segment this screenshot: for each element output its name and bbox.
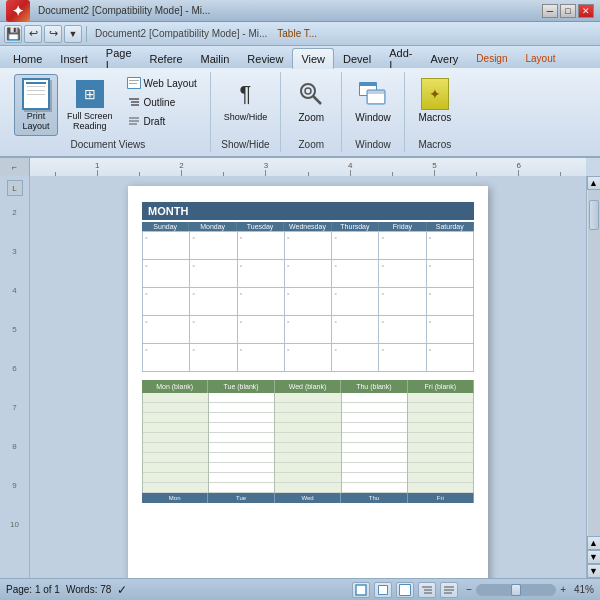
svg-point-11 [305,88,311,94]
svg-rect-17 [356,585,366,595]
scroll-page-up[interactable]: ▲ [587,536,601,550]
ruler-end [586,158,600,176]
window-button[interactable]: Window [350,74,396,128]
tab-home[interactable]: Home [4,48,51,68]
full-screen-reading-icon: ⊞ [74,78,106,110]
words-count: Words: 78 [66,584,111,595]
cal-cell-4-1 [143,316,190,344]
cal-cell-2-6 [379,260,426,288]
sched-footer-fri: Fri [408,493,474,503]
zoom-level-display: 41% [574,584,594,595]
zoom-button[interactable]: Zoom [289,74,333,128]
save-button-qa[interactable]: 💾 [4,25,22,43]
page-num-10: 10 [10,520,19,529]
close-button[interactable]: ✕ [578,4,594,18]
calendar-days-header: Sunday Monday Tuesday Wednesday Thursday… [142,222,474,231]
cal-cell-2-2 [190,260,237,288]
cal-cell-5-7 [427,344,474,372]
tab-devel[interactable]: Devel [334,48,380,68]
show-hide-button[interactable]: ¶ Show/Hide [219,74,273,127]
redo-button[interactable]: ↪ [44,25,62,43]
schedule-columns [142,393,474,493]
day-wednesday: Wednesday [284,222,331,231]
scroll-up-button[interactable]: ▲ [587,176,601,190]
outline-button[interactable]: Outline [122,93,202,111]
table-context-display: Table T... [277,28,317,39]
doc-title-display: Document2 [Compatibility Mode] - Mi... [95,28,267,39]
title-bar: ✦ Document2 [Compatibility Mode] - Mi...… [0,0,600,22]
page-num-9: 9 [12,481,16,490]
scroll-track[interactable] [588,190,600,536]
zoom-icon [295,78,327,110]
cal-cell-1-1 [143,232,190,260]
cal-cell-1-2 [190,232,237,260]
title-text: Document2 [Compatibility Mode] - Mi... [38,5,210,16]
full-screen-view-btn[interactable] [374,582,392,598]
outline-view-btn[interactable] [418,582,436,598]
tab-layout[interactable]: Layout [517,48,565,68]
quick-access-toolbar: 💾 ↩ ↪ ▼ Document2 [Compatibility Mode] -… [0,22,600,46]
tab-mailin[interactable]: Mailin [192,48,239,68]
app-window: ✦ Document2 [Compatibility Mode] - Mi...… [0,0,600,600]
status-bar: Page: 1 of 1 Words: 78 ✓ − + [0,578,600,600]
window-group-label: Window [355,137,391,150]
tab-avery[interactable]: Avery [421,48,467,68]
print-layout-view-btn[interactable] [352,582,370,598]
cal-cell-3-3 [238,288,285,316]
tab-insert[interactable]: Insert [51,48,97,68]
web-layout-view-btn[interactable] [396,582,414,598]
tab-view[interactable]: View [292,48,334,69]
zoom-slider[interactable] [476,584,556,596]
cal-cell-1-5 [332,232,379,260]
cal-cell-5-2 [190,344,237,372]
cal-cell-1-6 [379,232,426,260]
zoom-minus[interactable]: − [466,584,472,595]
tab-design[interactable]: Design [467,48,516,68]
page-num-6: 6 [12,364,16,373]
cal-cell-2-1 [143,260,190,288]
minimize-button[interactable]: ─ [542,4,558,18]
scroll-thumb[interactable] [589,200,599,230]
draft-button[interactable]: Draft [122,112,202,130]
print-layout-button[interactable]: PrintLayout [14,74,58,136]
print-layout-icon [20,78,52,110]
tab-page-i[interactable]: Page I [97,48,141,68]
office-button[interactable]: ✦ [6,0,30,22]
left-panel: L 2 3 4 5 6 7 8 9 10 [0,176,30,578]
ribbon-group-show-hide: ¶ Show/Hide Show/Hide [211,72,282,152]
customize-qa[interactable]: ▼ [64,25,82,43]
draft-view-btn[interactable] [440,582,458,598]
web-layout-button[interactable]: Web Layout [122,74,202,92]
scroll-page-down[interactable]: ▼ [587,550,601,564]
zoom-plus[interactable]: + [560,584,566,595]
tab-add-i[interactable]: Add-I [380,48,421,68]
cal-cell-2-5 [332,260,379,288]
document-views-label: Document Views [70,137,145,150]
ribbon-group-zoom: Zoom Zoom [281,72,342,152]
svg-rect-21 [400,585,410,595]
calendar-month-header: MONTH [142,202,474,220]
ribbon-group-document-views: PrintLayout ⊞ Full ScreenReading [6,72,211,152]
schedule-col-mon [143,393,209,493]
small-view-buttons: Web Layout Outline Draft [122,74,202,130]
undo-button[interactable]: ↩ [24,25,42,43]
page-num-3: 3 [12,247,16,256]
zoom-slider-thumb[interactable] [511,584,521,596]
cal-cell-4-6 [379,316,426,344]
svg-rect-16 [368,94,384,103]
sched-thu-header: Thu (blank) [341,380,407,393]
document-page: MONTH Sunday Monday Tuesday Wednesday Th… [128,186,488,578]
maximize-button[interactable]: □ [560,4,576,18]
macros-button[interactable]: ✦ Macros [413,74,457,128]
tab-review[interactable]: Review [238,48,292,68]
page-num-2: 2 [12,208,16,217]
day-saturday: Saturday [427,222,474,231]
schedule-col-thu [342,393,408,493]
document-scroll-area[interactable]: MONTH Sunday Monday Tuesday Wednesday Th… [30,176,586,578]
scroll-down-button[interactable]: ▼ [587,564,601,578]
tab-refere[interactable]: Refere [141,48,192,68]
cal-cell-1-7 [427,232,474,260]
schedule-col-wed [275,393,341,493]
full-screen-label: Full ScreenReading [67,112,113,132]
full-screen-reading-button[interactable]: ⊞ Full ScreenReading [62,74,118,136]
